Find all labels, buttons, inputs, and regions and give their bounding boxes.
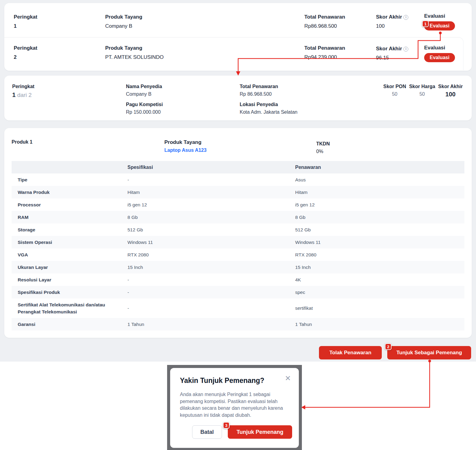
cancel-button[interactable]: Batal	[192, 425, 222, 439]
modal-body-text: Anda akan menunjuk Peringkat 1 sebagai p…	[180, 391, 288, 419]
modal-title: Yakin Tunjuk Pemenang?	[180, 377, 264, 385]
table-row: Ukuran Layar15 Inch15 Inch	[12, 261, 464, 273]
info-icon[interactable]: i	[403, 15, 408, 20]
evaluate-button-rank2[interactable]: Evaluasi	[424, 53, 455, 62]
ranking-list-card: Peringkat 1 Produk Tayang Company B Tota…	[4, 3, 472, 71]
evaluation-label: Evaluasi	[424, 13, 455, 19]
table-row: Resolusi Layar-4K	[12, 273, 464, 286]
skor-harga-value: 50	[409, 91, 435, 97]
product-tayang-label: Produk Tayang	[164, 139, 206, 145]
total-offer-value: Rp94.239.000	[304, 54, 345, 60]
table-row: VGARTX 2080RTX 2080	[12, 248, 464, 261]
skor-pon-value: 50	[383, 91, 406, 97]
table-row: Processori5 gen 12i5 gen 12	[12, 198, 464, 211]
budget-value: Rp 150.000.000	[126, 109, 163, 115]
ranking-row-1: Peringkat 1 Produk Tayang Company B Tota…	[4, 3, 472, 37]
skor-pon-label: Skor PON	[383, 84, 406, 89]
close-icon[interactable]: ✕	[285, 375, 291, 382]
final-score-label: Skor Akhiri	[376, 14, 408, 20]
final-score-label: Skor Akhiri	[376, 46, 408, 52]
spec-table-header: Spesifikasi Penawaran	[12, 161, 464, 173]
product-spec-card: Produk 1 Produk Tayang Laptop Asus A123 …	[4, 128, 472, 338]
spec-table: Spesifikasi Penawaran Tipe-Asus Warna Pr…	[12, 161, 464, 330]
product-value: Company B	[105, 23, 142, 29]
info-icon[interactable]: i	[403, 47, 408, 52]
table-row: RAM8 Gb8 Gb	[12, 211, 464, 223]
total-offer-label: Total Penawaran	[304, 14, 345, 20]
provider-location-label: Lokasi Penyedia	[240, 102, 297, 107]
table-row: Spesifikasi Produk-spec	[12, 286, 464, 298]
final-score-value: 96.15	[376, 55, 408, 61]
rank-label: Peringkat	[14, 14, 37, 20]
table-row: Warna ProdukHitamHitam	[12, 186, 464, 198]
product-value: PT. AMTEK SOLUSINDO	[105, 54, 164, 60]
reject-offer-button[interactable]: Tolak Penawaran	[319, 346, 382, 359]
provider-name-value: Company B	[126, 91, 163, 97]
product-title: Produk 1	[12, 139, 32, 145]
table-row: Sistem OperasiWindows 11Windows 11	[12, 236, 464, 248]
evaluate-button-rank1[interactable]: Evaluasi	[424, 21, 455, 30]
ranking-row-2: Peringkat 2 Produk Tayang PT. AMTEK SOLU…	[4, 37, 472, 71]
budget-label: Pagu Kompetisi	[126, 102, 163, 107]
tkdn-label: TKDN	[316, 141, 330, 147]
evaluation-label: Evaluasi	[424, 45, 455, 51]
step-badge-2: 2	[385, 343, 392, 350]
provider-name-label: Nama Penyedia	[126, 84, 163, 89]
skor-akhir-value: 100	[438, 91, 463, 98]
spec-column-header: Spesifikasi	[124, 162, 292, 173]
rank-label: Peringkat	[12, 84, 34, 89]
confirm-winner-button[interactable]: Tunjuk Pemenang	[228, 425, 292, 439]
table-row: Storage512 Gb512 Gb	[12, 223, 464, 236]
offer-column-header: Penawaran	[292, 162, 464, 173]
total-offer-value: Rp 86.968.500	[240, 91, 297, 97]
tkdn-value: 0%	[316, 149, 330, 154]
modal-frame: Yakin Tunjuk Pemenang? ✕ Anda akan menun…	[167, 365, 302, 450]
competition-evaluation-page: Peringkat 1 Produk Tayang Company B Tota…	[0, 0, 476, 450]
rank-total: dari 2	[16, 92, 32, 98]
skor-akhir-label: Skor Akhir	[438, 84, 463, 89]
skor-harga-label: Skor Harga	[409, 84, 435, 89]
total-offer-label: Total Penawaran	[304, 45, 345, 51]
product-label: Produk Tayang	[105, 14, 142, 20]
table-row: Sertifikat Alat Telekomunikasi dan/atau …	[12, 298, 464, 318]
rank-value: 1	[14, 23, 37, 29]
confirm-winner-modal: Yakin Tunjuk Pemenang? ✕ Anda akan menun…	[170, 368, 299, 448]
product-link[interactable]: Laptop Asus A123	[164, 148, 206, 153]
provider-location-value: Kota Adm. Jakarta Selatan	[240, 109, 297, 115]
table-row: Tipe-Asus	[12, 173, 464, 186]
rank-current: 1	[12, 91, 16, 98]
product-label: Produk Tayang	[105, 45, 164, 51]
rank-label: Peringkat	[14, 45, 37, 51]
final-score-value: 100	[376, 23, 408, 29]
total-offer-label: Total Penawaran	[240, 84, 297, 89]
total-offer-value: Rp86.968.500	[304, 23, 345, 29]
score-summary: Skor PON 50 Skor Harga 50 Skor Akhir 100	[383, 84, 463, 98]
rank-value: 2	[14, 54, 37, 60]
appoint-winner-button[interactable]: Tunjuk Sebagai Pemenang	[387, 346, 471, 359]
table-row: Garansi1 Tahun1 Tahun	[12, 318, 464, 330]
step-badge-3: 3	[223, 422, 230, 429]
provider-detail-card: Peringkat 1 dari 2 Nama Penyedia Company…	[4, 76, 472, 120]
step-badge-1: 1	[422, 20, 429, 27]
